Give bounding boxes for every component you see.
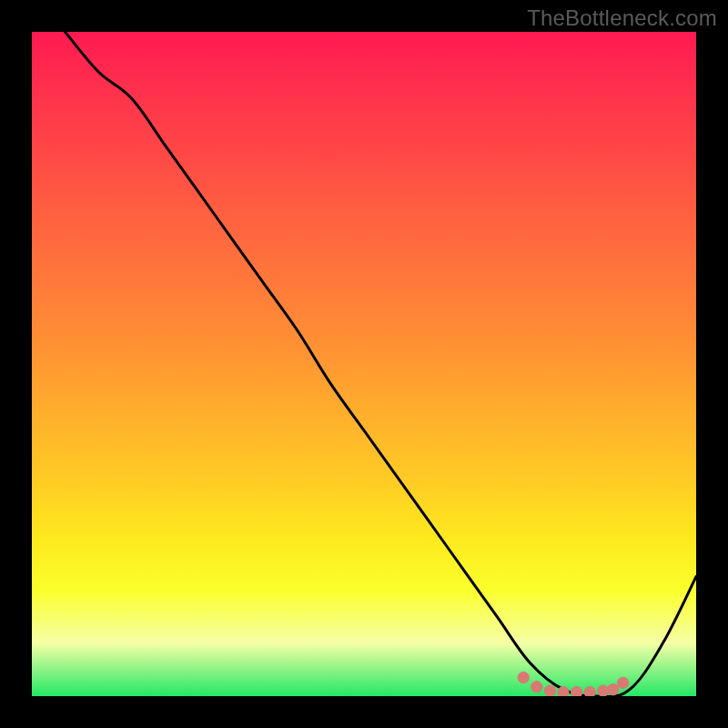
min-region-dot [584, 686, 595, 696]
min-region-dot [544, 685, 555, 696]
min-region-dot [618, 677, 629, 688]
min-region-dot [571, 686, 581, 696]
bottleneck-curve [66, 32, 697, 696]
min-region-dots [518, 672, 629, 696]
min-region-dot [518, 672, 529, 682]
min-region-dot [608, 684, 619, 695]
watermark-text: TheBottleneck.com [527, 5, 717, 31]
min-region-dot [598, 685, 609, 696]
plot-area [32, 32, 696, 696]
min-region-dot [558, 686, 569, 696]
curve-svg [32, 32, 696, 696]
min-region-dot [531, 682, 542, 693]
chart-frame: TheBottleneck.com [0, 0, 728, 728]
